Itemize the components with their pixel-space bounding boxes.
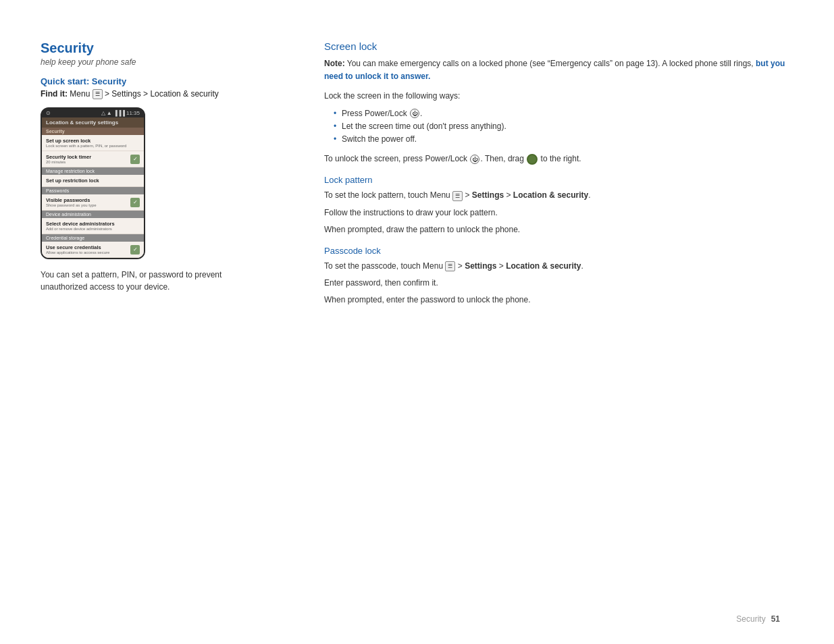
find-it-path: > Settings > Location & security <box>105 89 219 99</box>
unlock-text: To unlock the screen, press Power/Lock ⏻… <box>324 153 793 165</box>
note-paragraph: Note: You can make emergency calls on a … <box>324 57 793 83</box>
status-left-icon: ⊙ <box>46 110 51 116</box>
passcode-text-3: When prompted, enter the password to unl… <box>324 294 793 306</box>
settings-bold-2: Settings <box>465 261 496 271</box>
location-security-bold-1: Location & security <box>513 190 588 200</box>
section-subtitle: help keep your phone safe <box>41 57 270 67</box>
lock-pattern-text-2: Follow the instructions to draw your loc… <box>324 207 793 219</box>
phone-row-lock-timer-sub: 20 minutes <box>46 160 91 164</box>
footer-section-label: Security <box>736 614 765 624</box>
phone-row-lock-timer-icon: ✓ <box>130 155 140 164</box>
menu-icon-2: ☰ <box>452 191 463 201</box>
section-title: Security <box>41 41 270 56</box>
power-lock-icon-2: ⏻ <box>470 155 479 164</box>
quick-start-label: Quick start: Security <box>41 76 270 86</box>
passcode-text-1: To set the passcode, touch Menu ☰ > Sett… <box>324 260 793 273</box>
find-it-line: Find it: Menu ☰ > Settings > Location & … <box>41 89 270 99</box>
status-icons: △ ▲ ▐▐▐ 11:35 <box>101 110 140 116</box>
phone-time: 11:35 <box>126 110 140 116</box>
passcode-text-2: Enter password, then confirm it. <box>324 277 793 290</box>
phone-section-device-admin: Device administration <box>42 211 144 218</box>
note-text: You can make emergency calls on a locked… <box>345 59 756 68</box>
drag-icon <box>527 154 538 165</box>
phone-section-passwords: Passwords <box>42 187 144 194</box>
bullet-list: Press Power/Lock ⏻. Let the screen time … <box>324 107 793 146</box>
phone-row-device-admin-sub: Add or remove device administrators <box>46 227 115 231</box>
phone-section-restriction: Manage restriction lock <box>42 167 144 175</box>
menu-icon-3: ☰ <box>445 261 455 271</box>
left-description: You can set a pattern, PIN, or password … <box>41 269 270 293</box>
phone-row-screen-lock-title: Set up screen lock <box>46 138 126 144</box>
left-column: Security help keep your phone safe Quick… <box>41 41 270 311</box>
bullet-item-2: Let the screen time out (don't press any… <box>335 120 793 133</box>
settings-bold-1: Settings <box>472 190 504 200</box>
phone-row-restriction-title: Set up restriction lock <box>46 178 99 184</box>
footer-page-number: 51 <box>771 614 780 624</box>
phone-row-device-admin-title: Select device administrators <box>46 221 115 227</box>
phone-section-security: Security <box>42 128 144 135</box>
bullet-item-1: Press Power/Lock ⏻. <box>335 107 793 120</box>
phone-row-credentials-title: Use secure credentials <box>46 244 109 250</box>
phone-screen: Location & security settings Security Se… <box>42 117 144 258</box>
phone-row-visible-passwords: Visible passwords Show password as you t… <box>42 194 144 211</box>
phone-row-lock-timer-title: Security lock timer <box>46 154 91 160</box>
phone-row-device-admin: Select device administrators Add or remo… <box>42 218 144 234</box>
phone-row-visible-pw-title: Visible passwords <box>46 197 97 203</box>
phone-row-visible-pw-sub: Show password as you type <box>46 203 97 207</box>
passcode-lock-title: Passcode lock <box>324 246 793 256</box>
lock-pattern-text-1: To set the lock pattern, touch Menu ☰ > … <box>324 189 793 202</box>
phone-row-lock-timer: Security lock timer 20 minutes ✓ <box>42 151 144 167</box>
phone-row-credentials: Use secure credentials Allow application… <box>42 242 144 258</box>
lock-intro: Lock the screen in the following ways: <box>324 90 793 103</box>
screen-lock-title: Screen lock <box>324 41 793 52</box>
location-security-bold-2: Location & security <box>506 261 581 271</box>
bullet-item-3: Switch the power off. <box>335 133 793 146</box>
phone-row-restriction: Set up restriction lock <box>42 175 144 187</box>
menu-icon: ☰ <box>93 89 103 99</box>
phone-row-visible-pw-icon: ✓ <box>130 198 140 207</box>
page-footer: Security 51 <box>736 614 780 624</box>
right-column: Screen lock Note: You can make emergency… <box>324 41 793 311</box>
note-bold-label: Note: <box>324 59 345 68</box>
phone-section-credentials: Credential storage <box>42 234 144 242</box>
phone-status-bar: ⊙ △ ▲ ▐▐▐ 11:35 <box>42 109 144 117</box>
power-lock-icon-1: ⏻ <box>410 109 419 118</box>
lock-pattern-text-3: When prompted, draw the pattern to unloc… <box>324 223 793 236</box>
phone-row-credentials-sub: Allow applications to access secure <box>46 250 109 254</box>
lock-pattern-title: Lock pattern <box>324 175 793 185</box>
find-it-label: Find it: <box>41 89 68 99</box>
phone-mockup: ⊙ △ ▲ ▐▐▐ 11:35 Location & security sett… <box>41 107 145 259</box>
phone-row-screen-lock: Set up screen lock Lock screen with a pa… <box>42 135 144 151</box>
phone-row-credentials-icon: ✓ <box>130 245 140 254</box>
phone-row-screen-lock-sub: Lock screen with a pattern, PIN, or pass… <box>46 144 126 148</box>
phone-screen-header: Location & security settings <box>42 117 144 128</box>
